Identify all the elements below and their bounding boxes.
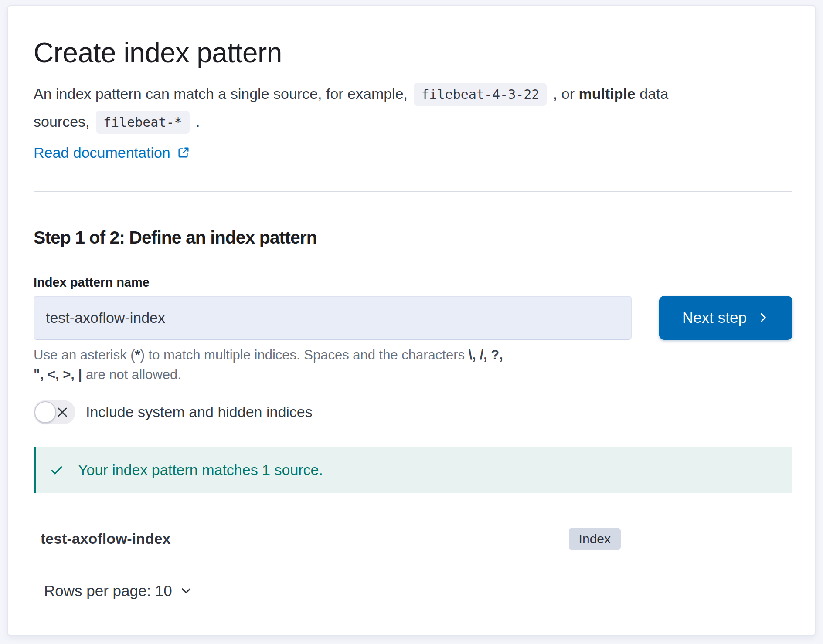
table-row: test-axoflow-index Index — [34, 519, 792, 559]
chevron-down-icon — [180, 585, 192, 597]
read-documentation-label: Read documentation — [34, 144, 170, 161]
toggle-knob — [34, 401, 56, 423]
description-text: , or — [549, 85, 578, 102]
next-step-button[interactable]: Next step — [659, 296, 792, 340]
toggle-label: Include system and hidden indices — [86, 403, 313, 420]
index-pattern-form-row: Next step — [34, 296, 792, 340]
step-heading: Step 1 of 2: Define an index pattern — [34, 226, 792, 249]
external-link-icon — [177, 146, 190, 159]
code-example-multiple-sources: filebeat-* — [96, 111, 190, 134]
page-description: An index pattern can match a single sour… — [34, 80, 674, 136]
code-example-single-source: filebeat-4-3-22 — [414, 83, 547, 106]
help-text: Use an asterisk ( — [34, 347, 135, 363]
description-text: An index pattern can match a single sour… — [34, 85, 412, 102]
rows-per-page-label: Rows per page: 10 — [44, 582, 172, 600]
index-pattern-name-input[interactable] — [34, 296, 632, 340]
help-bold-asterisk: * — [135, 347, 140, 363]
rows-per-page-button[interactable]: Rows per page: 10 — [44, 582, 192, 600]
help-text: are not allowed. — [82, 367, 181, 382]
check-icon — [49, 463, 64, 478]
chevron-right-icon — [757, 312, 769, 324]
hidden-indices-toggle-row: Include system and hidden indices — [34, 400, 792, 424]
page-title: Create index pattern — [34, 36, 792, 70]
callout-message: Your index pattern matches 1 source. — [78, 461, 323, 478]
read-documentation-link[interactable]: Read documentation — [34, 144, 190, 161]
create-index-pattern-panel: Create index pattern An index pattern ca… — [7, 5, 816, 636]
index-pattern-name-label: Index pattern name — [34, 275, 792, 290]
description-text: . — [192, 113, 200, 130]
success-callout: Your index pattern matches 1 source. — [34, 447, 792, 493]
section-divider — [34, 191, 792, 192]
help-text: ) to match multiple indices. Spaces and … — [140, 347, 469, 363]
next-step-label: Next step — [682, 309, 747, 326]
matching-sources-table: test-axoflow-index Index — [34, 519, 792, 559]
index-badge: Index — [569, 528, 621, 550]
x-mark-icon — [55, 405, 69, 419]
include-hidden-indices-toggle[interactable] — [34, 400, 75, 424]
source-name: test-axoflow-index — [41, 530, 170, 547]
description-bold-text: multiple — [578, 85, 635, 102]
index-pattern-help-text: Use an asterisk (*) to match multiple in… — [34, 345, 515, 384]
